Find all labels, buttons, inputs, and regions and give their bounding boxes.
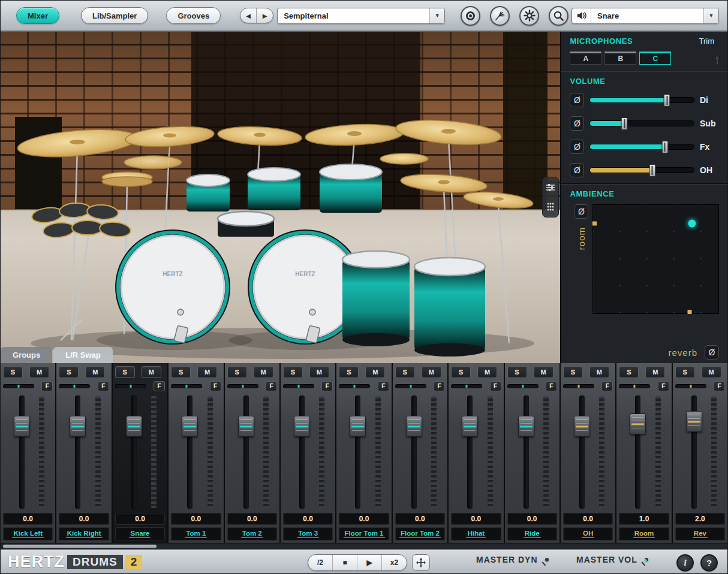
mic-a-button[interactable]: A — [570, 52, 601, 65]
reverb-phase-button[interactable]: Ø — [705, 345, 719, 359]
instrument-dropdown[interactable]: Snare ▼ — [571, 8, 719, 24]
fx-button[interactable]: F — [98, 381, 109, 391]
mute-button[interactable]: M — [365, 366, 385, 378]
channel-name[interactable]: Tom 2 — [227, 527, 277, 540]
oh-volume-slider[interactable] — [589, 167, 694, 173]
tab-groups[interactable]: Groups — [1, 347, 52, 363]
drag-midi-button[interactable] — [412, 554, 430, 571]
ambience-xy-pad[interactable] — [592, 204, 719, 314]
solo-button[interactable]: S — [507, 366, 527, 378]
chevron-down-icon[interactable]: ▼ — [429, 8, 444, 23]
fx-button[interactable]: F — [41, 381, 53, 391]
fx-button[interactable]: F — [658, 381, 669, 391]
mute-button[interactable]: M — [702, 366, 721, 378]
pan-slider[interactable] — [227, 384, 258, 388]
fader-handle[interactable] — [294, 416, 310, 437]
help-button[interactable]: ? — [700, 554, 718, 572]
channel-name[interactable]: Hihat — [451, 527, 501, 540]
pan-slider[interactable] — [3, 384, 34, 388]
solo-button[interactable]: S — [115, 366, 135, 378]
fader-handle[interactable] — [574, 416, 590, 437]
solo-button[interactable]: S — [339, 366, 359, 378]
mixer-view-button[interactable] — [544, 180, 557, 195]
phase-button[interactable]: Ø — [570, 140, 584, 154]
channel-name[interactable]: Ride — [507, 527, 557, 540]
record-button[interactable] — [461, 6, 480, 26]
channel-name[interactable]: Kick Left — [3, 527, 53, 540]
phase-button[interactable]: Ø — [570, 116, 584, 131]
fader-track[interactable] — [467, 395, 473, 509]
lib-sampler-tab-button[interactable]: Lib/Sampler — [81, 7, 148, 24]
channel-name[interactable]: Floor Tom 2 — [395, 527, 445, 540]
fader-handle[interactable] — [462, 416, 478, 437]
fx-button[interactable]: F — [154, 381, 165, 391]
fader-handle[interactable] — [14, 416, 30, 437]
mic-b-button[interactable]: B — [604, 52, 636, 65]
pan-slider[interactable] — [171, 384, 202, 388]
solo-button[interactable]: S — [451, 366, 471, 378]
phase-button[interactable]: Ø — [570, 93, 584, 107]
pan-slider[interactable] — [339, 384, 370, 388]
scrollbar-handle[interactable] — [3, 545, 157, 548]
fader-handle[interactable] — [630, 413, 646, 434]
slider-handle[interactable] — [649, 164, 655, 177]
fx-volume-slider[interactable] — [589, 144, 694, 150]
ambience-dot[interactable] — [688, 219, 696, 227]
preset-dropdown[interactable]: Sempiternal ▼ — [277, 8, 445, 24]
search-button[interactable] — [549, 6, 568, 26]
mixer-tab-button[interactable]: Mixer — [16, 7, 59, 24]
solo-button[interactable]: S — [171, 366, 191, 378]
fader-handle[interactable] — [686, 411, 702, 432]
fx-button[interactable]: F — [210, 381, 221, 391]
fader-handle[interactable] — [126, 416, 142, 437]
pan-slider[interactable] — [507, 384, 539, 388]
solo-button[interactable]: S — [563, 366, 583, 378]
fader-track[interactable] — [524, 395, 529, 509]
slider-handle[interactable] — [661, 141, 668, 153]
settings-button[interactable] — [519, 6, 539, 26]
channel-name[interactable]: Tom 1 — [171, 527, 221, 540]
channel-name[interactable]: Rev — [675, 527, 725, 540]
fader-track[interactable] — [691, 395, 697, 509]
electronic-pads[interactable] — [31, 202, 132, 238]
stop-button[interactable]: ■ — [333, 555, 357, 570]
channel-name[interactable]: Snare — [115, 527, 165, 540]
di-volume-slider[interactable] — [589, 97, 694, 103]
pan-slider[interactable] — [451, 384, 482, 388]
brush-button[interactable] — [490, 6, 510, 26]
sub-volume-slider[interactable] — [589, 120, 694, 126]
fader-handle[interactable] — [518, 416, 534, 437]
fader-track[interactable] — [635, 395, 640, 509]
pan-slider[interactable] — [675, 384, 706, 388]
pan-slider[interactable] — [619, 384, 650, 388]
mute-button[interactable]: M — [85, 366, 105, 378]
prev-preset-button[interactable]: ◀ — [240, 8, 257, 23]
chevron-down-icon[interactable]: ▼ — [703, 8, 718, 23]
tab-lr-swap[interactable]: L/R Swap — [53, 347, 113, 363]
mute-button[interactable]: M — [29, 366, 49, 378]
fader-track[interactable] — [579, 395, 585, 509]
slider-handle[interactable] — [664, 94, 670, 107]
pan-slider[interactable] — [283, 384, 314, 388]
solo-button[interactable]: S — [675, 366, 695, 378]
fx-button[interactable]: F — [714, 381, 725, 391]
grooves-tab-button[interactable]: Grooves — [166, 7, 221, 24]
kick-drum-left[interactable]: HERTZ — [115, 229, 230, 345]
fx-button[interactable]: F — [546, 381, 557, 391]
room-phase-button[interactable]: Ø — [574, 204, 588, 219]
mute-button[interactable]: M — [142, 366, 161, 378]
fader-track[interactable] — [411, 395, 417, 509]
pan-slider[interactable] — [395, 384, 426, 388]
double-tempo-button[interactable]: x2 — [382, 555, 407, 570]
slider-handle[interactable] — [621, 117, 628, 130]
info-button[interactable]: i — [676, 554, 694, 572]
pan-slider[interactable] — [563, 384, 594, 388]
channel-name[interactable]: Room — [619, 527, 669, 540]
fader-handle[interactable] — [182, 416, 198, 437]
solo-button[interactable]: S — [395, 366, 415, 378]
snare-drum[interactable] — [218, 212, 274, 237]
solo-button[interactable]: S — [3, 366, 23, 378]
fader-track[interactable] — [187, 395, 192, 509]
fader-handle[interactable] — [70, 416, 86, 437]
fader-track[interactable] — [299, 395, 305, 509]
